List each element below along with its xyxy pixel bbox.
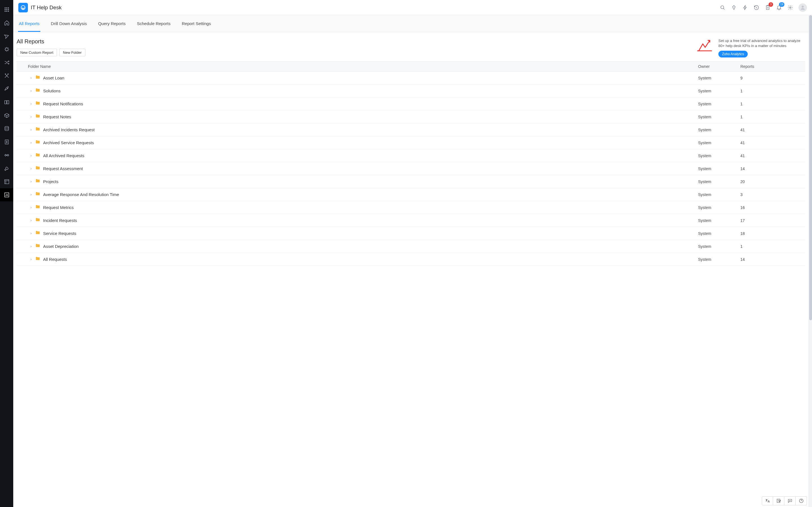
layout-icon[interactable] — [0, 175, 13, 188]
table-row[interactable]: ProjectsSystem20 — [17, 175, 805, 188]
book-icon[interactable] — [0, 96, 13, 109]
folder-icon — [35, 114, 40, 120]
invoice-icon[interactable] — [0, 135, 13, 149]
history-icon[interactable] — [753, 4, 760, 11]
chevron-right-icon[interactable] — [30, 206, 33, 209]
svg-rect-5 — [8, 9, 9, 10]
clipboard-badge: 3 — [769, 2, 773, 7]
table-row[interactable]: Asset DepreciationSystem1 — [17, 240, 805, 253]
home-icon[interactable] — [0, 16, 13, 29]
shuffle-icon[interactable] — [0, 56, 13, 69]
tab-drill-down-analysis[interactable]: Drill Down Analysis — [51, 15, 87, 32]
folder-name: Projects — [43, 179, 58, 184]
folder-name: Request Notifications — [43, 101, 83, 106]
sidebar — [0, 0, 13, 507]
pin-icon[interactable] — [731, 4, 737, 11]
table-row[interactable]: All RequestsSystem14 — [17, 253, 805, 266]
folder-name: Asset Depreciation — [43, 244, 79, 249]
reports-count-cell: 20 — [741, 179, 805, 184]
apps-grid-icon[interactable] — [0, 3, 13, 16]
reports-count-cell: 41 — [741, 140, 805, 145]
table-row[interactable]: SolutionsSystem1 — [17, 84, 805, 98]
reports-count-cell: 41 — [741, 128, 805, 132]
chevron-right-icon[interactable] — [30, 193, 33, 196]
chat-icon[interactable] — [784, 496, 796, 505]
chevron-right-icon[interactable] — [30, 219, 33, 222]
app-title: IT Help Desk — [31, 4, 61, 11]
avatar[interactable] — [799, 3, 807, 12]
promo: Set up a free trial of advanced analytic… — [696, 38, 803, 57]
reports-count-cell: 17 — [741, 218, 805, 223]
chevron-right-icon[interactable] — [30, 76, 33, 79]
ticket-icon[interactable] — [0, 29, 13, 43]
reports-icon[interactable] — [0, 188, 13, 202]
table-row[interactable]: Request AssessmentSystem14 — [17, 162, 805, 175]
folder-icon — [35, 217, 40, 224]
chevron-right-icon[interactable] — [30, 103, 33, 105]
chevron-right-icon[interactable] — [30, 115, 33, 118]
scrollbar-thumb[interactable] — [809, 15, 812, 320]
tab-query-reports[interactable]: Query Reports — [98, 15, 126, 32]
folder-icon — [35, 101, 40, 107]
chevron-right-icon[interactable] — [30, 90, 33, 93]
translate-icon[interactable] — [762, 496, 773, 505]
svg-point-19 — [802, 6, 804, 8]
reports-count-cell: 1 — [741, 244, 805, 249]
svg-rect-6 — [4, 11, 5, 11]
clipboard-icon[interactable]: 3 — [765, 4, 771, 11]
chevron-right-icon[interactable] — [30, 167, 33, 170]
zoho-analytics-button[interactable]: Zoho Analytics — [718, 51, 748, 57]
chevron-right-icon[interactable] — [30, 245, 33, 248]
bell-icon[interactable]: 19 — [776, 4, 782, 11]
folder-icon — [35, 178, 40, 185]
chevron-right-icon[interactable] — [30, 232, 33, 235]
table-row[interactable]: Request NotesSystem1 — [17, 110, 805, 123]
help-icon[interactable] — [796, 496, 807, 505]
tab-all-reports[interactable]: All Reports — [19, 15, 40, 32]
table-row[interactable]: Service RequestsSystem18 — [17, 227, 805, 240]
table-row[interactable]: Average Response And Resolution TimeSyst… — [17, 188, 805, 201]
reports-count-cell: 18 — [741, 231, 805, 236]
folder-icon — [35, 152, 40, 159]
reports-count-cell: 9 — [741, 76, 805, 80]
flash-icon[interactable] — [742, 4, 748, 11]
folder-icon — [35, 243, 40, 249]
chevron-right-icon[interactable] — [30, 258, 33, 261]
chevron-right-icon[interactable] — [30, 154, 33, 157]
tab-schedule-reports[interactable]: Schedule Reports — [137, 15, 170, 32]
owner-cell: System — [698, 140, 741, 145]
edit-note-icon[interactable] — [773, 496, 784, 505]
owner-cell: System — [698, 192, 741, 197]
folder-name: Incident Requests — [43, 218, 77, 223]
table-row[interactable]: Archived Incidents RequestSystem41 — [17, 123, 805, 136]
scrollbar[interactable] — [809, 15, 812, 507]
app-logo — [18, 3, 28, 12]
folder-name: Asset Loan — [43, 75, 64, 80]
table-row[interactable]: Asset LoanSystem9 — [17, 71, 805, 84]
svg-rect-1 — [6, 7, 7, 8]
folder-icon — [35, 230, 40, 237]
rocket-icon[interactable] — [0, 82, 13, 96]
new-custom-report-button[interactable]: New Custom Report — [17, 49, 57, 56]
table-row[interactable]: All Archived RequestsSystem41 — [17, 149, 805, 162]
handshake-icon[interactable] — [0, 149, 13, 162]
search-icon[interactable] — [719, 4, 726, 11]
table-row[interactable]: Archived Service RequestsSystem41 — [17, 136, 805, 149]
database-icon[interactable] — [0, 122, 13, 135]
reports-count-cell: 1 — [741, 115, 805, 119]
chevron-right-icon[interactable] — [30, 142, 33, 144]
bug-icon[interactable] — [0, 43, 13, 56]
tools-crossed-icon[interactable] — [0, 69, 13, 82]
table-row[interactable]: Request NotificationsSystem1 — [17, 98, 805, 110]
tab-report-settings[interactable]: Report Settings — [182, 15, 211, 32]
new-folder-button[interactable]: New Folder — [59, 49, 85, 56]
folder-name: Archived Incidents Request — [43, 127, 95, 132]
chevron-right-icon[interactable] — [30, 180, 33, 183]
table-row[interactable]: Incident RequestsSystem17 — [17, 214, 805, 227]
folder-name: All Requests — [43, 257, 67, 262]
chevron-right-icon[interactable] — [30, 128, 33, 131]
wrench-icon[interactable] — [0, 162, 13, 175]
gear-icon[interactable] — [787, 4, 794, 11]
table-row[interactable]: Request MetricsSystem16 — [17, 201, 805, 214]
cube-icon[interactable] — [0, 109, 13, 122]
